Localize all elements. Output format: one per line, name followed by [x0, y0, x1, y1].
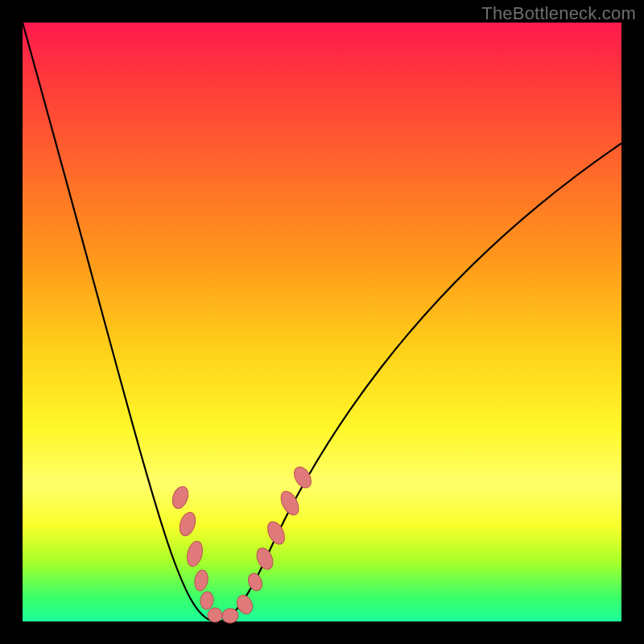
data-marker — [177, 510, 198, 538]
data-marker — [291, 464, 315, 490]
curve-overlay — [23, 23, 621, 621]
curve-left-branch — [23, 23, 220, 621]
data-marker — [246, 572, 264, 592]
curve-right-branch — [220, 143, 621, 621]
data-marker — [208, 608, 222, 622]
data-marker — [234, 592, 255, 616]
data-marker — [278, 489, 303, 518]
data-marker — [264, 519, 287, 547]
data-marker — [193, 569, 209, 592]
data-marker — [184, 539, 204, 568]
data-markers — [170, 464, 315, 624]
data-marker — [170, 485, 191, 510]
data-marker — [254, 546, 276, 572]
data-marker — [200, 591, 214, 609]
data-marker — [221, 608, 239, 625]
chart-frame: TheBottleneck.com — [0, 0, 644, 644]
plot-area — [23, 23, 621, 621]
watermark-text: TheBottleneck.com — [481, 3, 636, 24]
